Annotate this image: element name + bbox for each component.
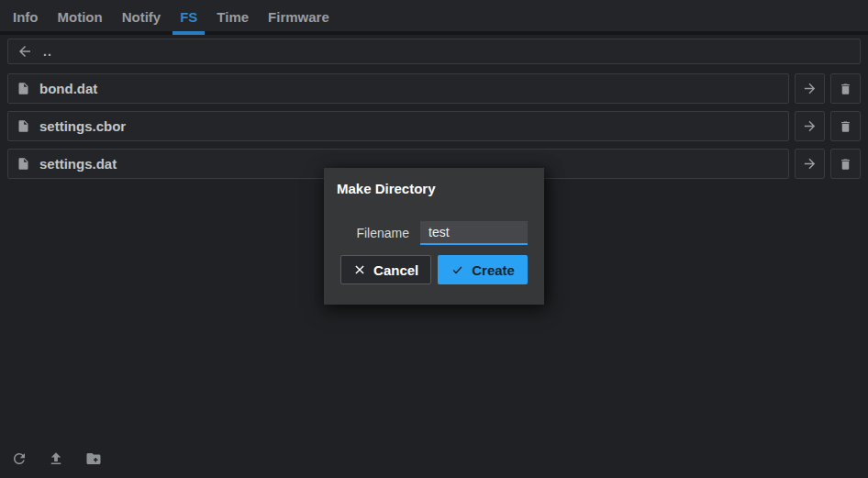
parent-directory-label: ..	[43, 44, 52, 59]
delete-file-button[interactable]	[830, 73, 861, 104]
arrow-right-icon	[802, 81, 818, 96]
check-icon	[451, 263, 464, 276]
upload-icon	[48, 450, 64, 467]
dialog-title: Make Directory	[324, 181, 544, 196]
file-name: settings.cbor	[39, 118, 126, 134]
upload-button[interactable]	[48, 450, 64, 467]
filename-input[interactable]	[420, 221, 528, 245]
arrow-right-icon	[802, 156, 818, 172]
file-name: settings.dat	[39, 156, 117, 172]
tab-notify[interactable]: Notify	[115, 0, 169, 31]
arrow-left-icon	[17, 43, 33, 60]
file-row: settings.cbor	[7, 111, 861, 141]
refresh-button[interactable]	[11, 450, 28, 467]
file-icon	[17, 156, 30, 172]
parent-directory-row[interactable]: ..	[7, 39, 861, 64]
new-folder-button[interactable]	[84, 450, 103, 467]
tab-time[interactable]: Time	[209, 0, 256, 31]
file-entry[interactable]: settings.cbor	[7, 111, 789, 141]
tab-info[interactable]: Info	[6, 0, 46, 31]
filename-label: Filename	[356, 226, 409, 240]
file-name: bond.dat	[39, 81, 97, 96]
cancel-button-label: Cancel	[373, 262, 418, 278]
delete-file-button[interactable]	[830, 111, 861, 141]
new-folder-icon	[84, 450, 103, 467]
file-icon	[17, 81, 30, 96]
tab-fs[interactable]: FS	[172, 0, 205, 31]
open-file-button[interactable]	[795, 73, 825, 104]
open-file-button[interactable]	[795, 111, 825, 141]
x-icon	[353, 263, 366, 276]
file-browser: .. bond.dat settings.cbor	[0, 35, 868, 179]
delete-file-button[interactable]	[830, 149, 861, 179]
tab-bar: Info Motion Notify FS Time Firmware	[0, 0, 868, 35]
tab-firmware[interactable]: Firmware	[261, 0, 337, 31]
tab-motion[interactable]: Motion	[50, 0, 110, 31]
trash-icon	[839, 82, 852, 96]
create-button-label: Create	[472, 262, 515, 278]
filename-field-row: Filename	[324, 221, 544, 245]
file-row: bond.dat	[7, 73, 861, 104]
trash-icon	[839, 119, 852, 134]
make-directory-dialog: Make Directory Filename Cancel Create	[324, 168, 544, 305]
arrow-right-icon	[802, 118, 818, 134]
footer-toolbar	[11, 450, 103, 467]
open-file-button[interactable]	[795, 149, 825, 179]
refresh-icon	[11, 450, 28, 467]
trash-icon	[839, 157, 852, 172]
file-entry[interactable]: bond.dat	[7, 73, 789, 104]
dialog-buttons: Cancel Create	[324, 255, 544, 284]
file-icon	[17, 118, 30, 134]
create-button[interactable]: Create	[438, 255, 528, 284]
cancel-button[interactable]: Cancel	[340, 255, 431, 284]
